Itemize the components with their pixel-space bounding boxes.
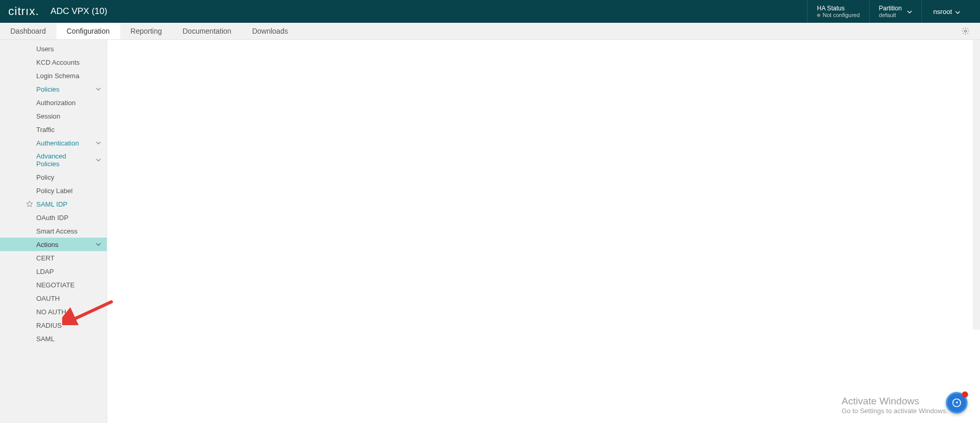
sidebar-item-no-auth[interactable]: NO AUTH: [0, 305, 107, 318]
sidebar-item-label: Smart Access: [36, 227, 77, 235]
sidebar-item-kcd-accounts[interactable]: KCD Accounts: [0, 55, 107, 69]
svg-point-0: [964, 30, 967, 32]
status-dot-icon: [817, 13, 820, 17]
chevron-down-icon: [95, 241, 102, 247]
chevron-down-icon: [95, 86, 102, 92]
sidebar-item-label: Users: [36, 45, 54, 53]
sidebar-item-label: SAML IDP: [36, 200, 67, 208]
sidebar-item-saml[interactable]: SAML: [0, 332, 107, 345]
tab-dashboard[interactable]: Dashboard: [0, 23, 56, 39]
sidebar-item-traffic[interactable]: Traffic: [0, 123, 107, 136]
sidebar-item-actions[interactable]: Actions: [0, 238, 107, 251]
ha-status-value: Not configured: [817, 12, 860, 18]
sidebar-item-label: KCD Accounts: [36, 59, 80, 66]
chevron-down-icon: [907, 9, 912, 14]
scrollbar[interactable]: [973, 40, 980, 330]
sidebar-item-label: Authentication: [36, 139, 79, 147]
gear-icon[interactable]: [961, 27, 970, 35]
sidebar-item-label: Actions: [36, 241, 59, 249]
svg-marker-1: [26, 201, 33, 207]
tab-downloads[interactable]: Downloads: [242, 23, 298, 39]
sidebar-item-negotiate[interactable]: NEGOTIATE: [0, 278, 107, 291]
content-wrap: Users KCD Accounts Login Schema Policies…: [0, 40, 980, 423]
tab-reporting[interactable]: Reporting: [120, 23, 172, 39]
product-name: ADC VPX (10): [51, 6, 108, 17]
sidebar-item-ldap[interactable]: LDAP: [0, 265, 107, 278]
ha-status-text: Not configured: [823, 12, 860, 18]
sidebar-item-label: Policy Label: [36, 187, 73, 195]
sidebar-item-authorization[interactable]: Authorization: [0, 96, 107, 109]
notification-badge-icon: [962, 391, 968, 398]
sidebar-item-label: Policy: [36, 173, 54, 181]
sidebar-item-cert[interactable]: CERT: [0, 251, 107, 265]
partition-menu[interactable]: Partition default: [869, 0, 921, 23]
sidebar-item-label: NO AUTH: [36, 308, 66, 316]
main-content: [107, 40, 980, 423]
sidebar-item-label: SAML: [36, 335, 54, 343]
sidebar-item-label: Policies: [36, 85, 60, 93]
sidebar-item-label: LDAP: [36, 268, 54, 275]
sidebar-item-label: CERT: [36, 254, 54, 262]
user-name: nsroot: [933, 8, 952, 16]
tab-configuration[interactable]: Configuration: [56, 23, 120, 39]
tabs-right: [961, 23, 980, 39]
header-right: HA Status Not configured Partition defau…: [807, 0, 972, 23]
ha-status-title: HA Status: [817, 5, 860, 12]
sidebar-item-label: Session: [36, 112, 60, 120]
citrix-logo: citrıx.: [8, 5, 39, 18]
tab-documentation[interactable]: Documentation: [172, 23, 241, 39]
partition-value: default: [879, 12, 902, 18]
ha-status-block[interactable]: HA Status Not configured: [807, 0, 869, 23]
sidebar-item-oauth-idp[interactable]: OAuth IDP: [0, 211, 107, 224]
sidebar-item-label: OAUTH: [36, 295, 60, 302]
sidebar-item-label: Advanced Policies: [36, 152, 83, 168]
sidebar-item-authentication[interactable]: Authentication: [0, 136, 107, 150]
sidebar-item-label: RADIUS: [36, 322, 62, 329]
sidebar-item-label: Authorization: [36, 99, 76, 107]
top-header: citrıx. ADC VPX (10) HA Status Not confi…: [0, 0, 980, 23]
chevron-down-icon: [95, 157, 102, 163]
sidebar-item-radius[interactable]: RADIUS: [0, 318, 107, 332]
sidebar-item-oauth[interactable]: OAUTH: [0, 291, 107, 305]
sidebar-item-label: OAuth IDP: [36, 214, 68, 222]
help-fab-button[interactable]: [946, 392, 968, 414]
chevron-down-icon: [955, 9, 960, 14]
sidebar-item-policies[interactable]: Policies: [0, 82, 107, 96]
sidebar-item-label: Login Schema: [36, 72, 79, 80]
sidebar-item-advanced-policies[interactable]: Advanced Policies: [0, 150, 107, 170]
sidebar-item-label: NEGOTIATE: [36, 281, 75, 289]
partition-label: Partition: [879, 5, 902, 12]
main-tabs: Dashboard Configuration Reporting Docume…: [0, 23, 980, 40]
user-menu[interactable]: nsroot: [921, 0, 972, 23]
sidebar[interactable]: Users KCD Accounts Login Schema Policies…: [0, 40, 107, 423]
sidebar-item-saml-idp[interactable]: SAML IDP: [0, 197, 107, 211]
sidebar-item-login-schema[interactable]: Login Schema: [0, 69, 107, 82]
sidebar-item-policy-label[interactable]: Policy Label: [0, 184, 107, 197]
sidebar-item-users[interactable]: Users: [0, 42, 107, 55]
star-icon[interactable]: [26, 200, 33, 208]
sidebar-item-session[interactable]: Session: [0, 109, 107, 123]
sidebar-item-smart-access[interactable]: Smart Access: [0, 224, 107, 238]
sidebar-item-label: Traffic: [36, 126, 54, 134]
sidebar-item-policy[interactable]: Policy: [0, 170, 107, 184]
chevron-down-icon: [95, 140, 102, 146]
